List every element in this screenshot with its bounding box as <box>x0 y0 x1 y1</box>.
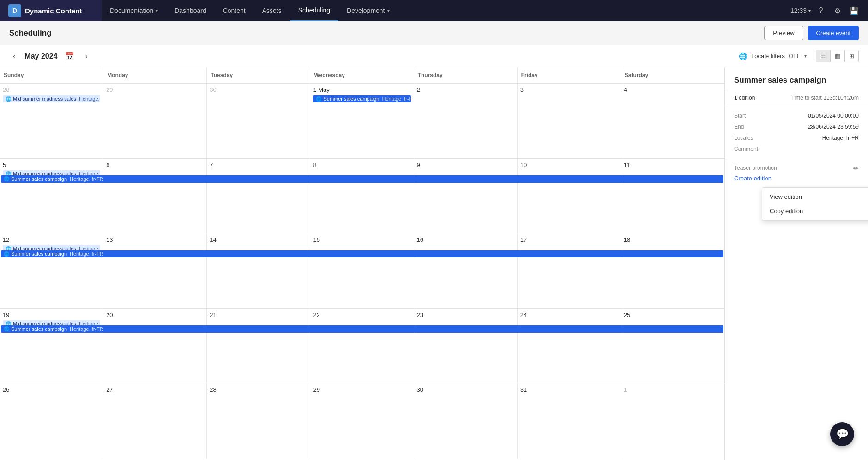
day-number: 29 <box>106 86 204 93</box>
view-mode-grid[interactable]: ▦ <box>831 50 845 62</box>
calendar-day[interactable]: 30 <box>207 84 310 158</box>
calendar-nav: ‹ May 2024 📅 › <box>9 50 91 62</box>
calendar-body: 28🌐Mid summer madness salesHeritage, fr-… <box>0 84 724 459</box>
locale-filter[interactable]: 🌐 Locale filters OFF ▾ ☰ ▦ ⊞ <box>739 50 859 62</box>
next-month-button[interactable]: › <box>82 50 91 62</box>
calendar-day[interactable]: 12🌐Mid summer madness salesHeritage, fr-… <box>0 233 103 308</box>
locales-label: Locales <box>734 135 771 141</box>
calendar-day[interactable]: 3 <box>518 84 621 158</box>
view-mode-compact[interactable]: ⊞ <box>845 50 858 62</box>
nav-item-development[interactable]: Development ▾ <box>338 0 398 21</box>
view-mode-list[interactable]: ☰ <box>816 50 831 62</box>
globe-icon: 🌐 <box>316 96 321 102</box>
nav-item-documentation[interactable]: Documentation ▾ <box>102 0 166 21</box>
time-chevron-icon: ▾ <box>808 8 811 13</box>
day-number: 28 <box>210 386 307 393</box>
header-monday: Monday <box>103 67 207 83</box>
nav-item-scheduling[interactable]: Scheduling <box>290 0 338 21</box>
calendar-day[interactable]: 1 May🌐Summer sales campaignHeritage, fr-… <box>310 84 414 158</box>
calendar-day[interactable]: 28🌐Mid summer madness salesHeritage, fr-… <box>0 84 103 158</box>
calendar-day[interactable]: 23 <box>414 309 518 383</box>
calendar-day[interactable]: 5🌐Mid summer madness salesHeritage, fr-F… <box>0 159 103 233</box>
calendar-day[interactable]: 29 <box>103 84 207 158</box>
globe-icon: 🌐 <box>739 52 747 60</box>
view-edition-item[interactable]: View edition <box>762 190 868 204</box>
day-number: 24 <box>520 311 618 318</box>
page-title: Scheduling <box>9 29 764 38</box>
calendar-day[interactable]: 1 <box>621 383 724 459</box>
calendar-day[interactable]: 2 <box>414 84 518 158</box>
calendar-day[interactable]: 19🌐Mid summer madness salesHeritage, fr-… <box>0 309 103 383</box>
day-number: 30 <box>210 86 307 93</box>
globe-icon: 🌐 <box>4 251 9 257</box>
day-number: 2 <box>417 86 514 93</box>
calendar-header: Sunday Monday Tuesday Wednesday Thursday… <box>0 67 724 84</box>
start-label: Start <box>734 113 771 119</box>
globe-icon: 🌐 <box>4 326 9 331</box>
settings-icon[interactable]: ⚙ <box>831 4 844 17</box>
day-number: 21 <box>210 311 307 318</box>
nav-item-dashboard[interactable]: Dashboard <box>166 0 215 21</box>
calendar-day[interactable]: 21 <box>207 309 310 383</box>
create-event-button[interactable]: Create event <box>808 26 859 40</box>
day-number: 1 May <box>313 86 410 93</box>
calendar-day[interactable]: 15 <box>310 233 414 308</box>
calendar-day[interactable]: 9 <box>414 159 518 233</box>
nav-logo[interactable]: D Dynamic Content <box>0 0 102 21</box>
sidebar-details: Start 01/05/2024 00:00:00 End 28/06/2024… <box>725 106 868 159</box>
calendar-day[interactable]: 10 <box>518 159 621 233</box>
calendar-day[interactable]: 30 <box>414 383 518 459</box>
day-number: 14 <box>210 236 307 243</box>
day-number: 16 <box>417 236 514 243</box>
copy-edition-item[interactable]: Copy edition <box>762 204 868 218</box>
preview-button[interactable]: Preview <box>764 26 803 40</box>
calendar-picker-button[interactable]: 📅 <box>63 50 76 62</box>
calendar-day[interactable]: 8 <box>310 159 414 233</box>
day-number: 25 <box>624 311 721 318</box>
day-number: 10 <box>520 161 618 168</box>
prev-month-button[interactable]: ‹ <box>9 50 19 62</box>
calendar-day[interactable]: 4 <box>621 84 724 158</box>
chat-button[interactable]: 💬 <box>830 422 854 446</box>
calendar-day[interactable]: 13 <box>103 233 207 308</box>
nav-item-assets[interactable]: Assets <box>254 0 290 21</box>
calendar-day[interactable]: 16 <box>414 233 518 308</box>
calendar-day[interactable]: 25 <box>621 309 724 383</box>
day-number: 9 <box>417 161 514 168</box>
spanning-event-bar[interactable]: 🌐Summer sales campaignHeritage, fr-FR <box>1 325 723 333</box>
spanning-event-bar[interactable]: 🌐Summer sales campaignHeritage, fr-FR <box>1 175 723 183</box>
nav-item-content[interactable]: Content <box>215 0 254 21</box>
save-icon[interactable]: 💾 <box>848 4 861 17</box>
calendar-week-4: 2627282930311 <box>0 383 724 459</box>
calendar-day[interactable]: 24 <box>518 309 621 383</box>
event-bar[interactable]: 🌐Mid summer madness salesHeritage, fr-FR <box>3 95 100 102</box>
calendar-day[interactable]: 11 <box>621 159 724 233</box>
day-number: 20 <box>106 311 204 318</box>
event-bar[interactable]: 🌐Summer sales campaignHeritage, fr-FR <box>313 95 410 102</box>
calendar-day[interactable]: 22 <box>310 309 414 383</box>
teaser-edit-icon[interactable]: ✏ <box>853 165 859 172</box>
calendar-day[interactable]: 26 <box>0 383 103 459</box>
help-icon[interactable]: ? <box>814 4 827 17</box>
spanning-event-bar[interactable]: 🌐Summer sales campaignHeritage, fr-FR <box>1 250 723 257</box>
calendar-day[interactable]: 28 <box>207 383 310 459</box>
create-edition-link[interactable]: Create edition <box>734 175 772 182</box>
day-number: 22 <box>313 311 410 318</box>
nav-items: Documentation ▾ Dashboard Content Assets… <box>102 0 783 21</box>
sidebar-end-row: End 28/06/2024 23:59:59 <box>734 124 859 130</box>
calendar-day[interactable]: 29 <box>310 383 414 459</box>
event-text: Summer sales campaign <box>323 96 379 102</box>
calendar-day[interactable]: 6 <box>103 159 207 233</box>
calendar-day[interactable]: 14 <box>207 233 310 308</box>
calendar-week-1: 5🌐Mid summer madness salesHeritage, fr-F… <box>0 159 724 234</box>
calendar-day[interactable]: 7 <box>207 159 310 233</box>
calendar-day[interactable]: 18 <box>621 233 724 308</box>
calendar-day[interactable]: 17 <box>518 233 621 308</box>
event-locale: Heritage, fr-FR <box>70 251 103 257</box>
calendar-day[interactable]: 27 <box>103 383 207 459</box>
calendar-day[interactable]: 20 <box>103 309 207 383</box>
teaser-label: Teaser promotion <box>734 165 859 171</box>
locale-chevron-icon: ▾ <box>804 54 807 59</box>
calendar-week-3: 19🌐Mid summer madness salesHeritage, fr-… <box>0 309 724 384</box>
calendar-day[interactable]: 31 <box>518 383 621 459</box>
